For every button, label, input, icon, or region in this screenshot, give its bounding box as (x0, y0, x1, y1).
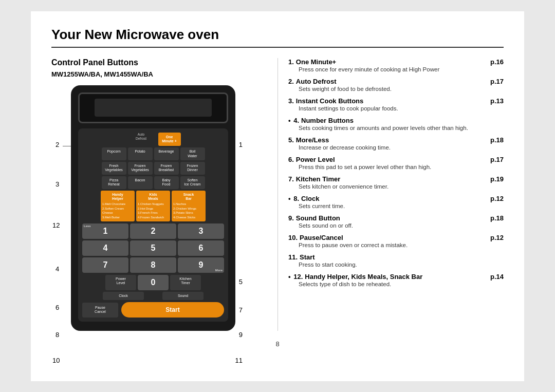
item-page: p.16 (490, 58, 504, 66)
key-3[interactable]: 3 (178, 223, 224, 239)
item-page: p.14 (490, 273, 504, 281)
item-title: • 12.Handy Helper, Kids Meals, Snack Bar (288, 273, 422, 281)
list-item: 10.Pause/Cancel p.12 Press to pause oven… (288, 234, 504, 248)
right-panel: 1.One Minute+ p.16 Press once for every … (278, 58, 504, 331)
key-7[interactable]: 7 (82, 257, 128, 273)
item-page: p.19 (490, 175, 504, 183)
sound-btn[interactable]: Sound (162, 292, 203, 300)
list-item: 5.More/Less p.18 Increase or decrease co… (288, 136, 504, 151)
list-item: 7.Kitchen Timer p.19 Sets kitchen or con… (288, 175, 504, 190)
beverage-btn[interactable]: Beverage (154, 147, 179, 160)
item-row: 3.Instant Cook Buttons p.13 (288, 97, 504, 105)
section-title: Control Panel Buttons (51, 58, 267, 67)
handy-helper-items: 1.Melt Chocolate2.Soften Cream Cheese3.M… (102, 202, 133, 219)
list-item: • 12.Handy Helper, Kids Meals, Snack Bar… (288, 273, 504, 287)
soften-ice-cream-btn[interactable]: SoftenIce Cream (180, 176, 205, 189)
frozen-veg-btn[interactable]: FrozenVegetables (128, 162, 153, 175)
key-1[interactable]: Less1 (82, 223, 128, 239)
kids-meals-btn[interactable]: KidsMeals 1.Chicken Nuggets2.Hot Dogs3.F… (136, 191, 170, 221)
key-0[interactable]: 0 (138, 275, 169, 290)
clock-btn[interactable]: Clock (103, 292, 144, 300)
key-4[interactable]: 4 (82, 240, 128, 256)
item-title: • 4.Number Buttons (288, 117, 354, 124)
kids-meals-label: KidsMeals (138, 193, 169, 201)
item-page: p.18 (490, 214, 504, 222)
fresh-veg-btn[interactable]: FreshVegetables (102, 162, 126, 175)
item-title: 5.More/Less (288, 136, 329, 144)
item-page: p.13 (490, 97, 504, 105)
auto-defrost-btn[interactable]: AutoDefrost (126, 133, 157, 146)
key-6[interactable]: 6 (178, 240, 224, 256)
control-panel: AutoDefrost OneMinute + Popcorn Potato B… (78, 128, 228, 322)
clock-sound-row: Clock Sound (82, 292, 224, 300)
item-title: 11.Start (288, 253, 315, 261)
item-title: 3.Instant Cook Buttons (288, 97, 363, 105)
item-page: p.17 (490, 78, 504, 85)
key-2[interactable]: 2 (130, 223, 176, 239)
kitchen-timer-btn[interactable]: KitchenTimer (170, 275, 201, 290)
one-minute-btn[interactable]: OneMinute + (158, 133, 181, 146)
item-row: 9.Sound Button p.18 (288, 214, 504, 222)
label-8: 8 (55, 331, 59, 339)
boil-water-btn[interactable]: BoilWater (180, 147, 205, 160)
model-label: MW1255WA/BA, MW1455WA/BA (51, 70, 267, 78)
label-12: 12 (52, 221, 60, 229)
item-row: 5.More/Less p.18 (288, 136, 504, 144)
label-6: 6 (55, 304, 59, 311)
window-inner (95, 99, 212, 117)
item-page: p.12 (490, 195, 504, 202)
instant-cook-row3: PizzaReheat Bacon BabyFood SoftenIce Cre… (82, 176, 224, 189)
item-desc: Instant settings to cook popular foods. (299, 105, 504, 111)
list-item: 1.One Minute+ p.16 Press once for every … (288, 58, 504, 72)
item-title: 6.Power Level (288, 156, 335, 163)
key-5[interactable]: 5 (130, 240, 176, 256)
start-btn[interactable]: Start (121, 302, 224, 318)
kids-meals-items: 1.Chicken Nuggets2.Hot Dogs3.French Frie… (138, 202, 169, 219)
list-item: 3.Instant Cook Buttons p.13 Instant sett… (288, 97, 504, 111)
label-1: 1 (239, 141, 243, 148)
page-number: 8 (51, 340, 504, 348)
label-2: 2 (55, 141, 59, 148)
item-row: 6.Power Level p.17 (288, 156, 504, 163)
power-level-btn[interactable]: PowerLevel (105, 275, 136, 290)
list-item: • 4.Number Buttons Sets cooking times or… (288, 117, 504, 131)
label-5: 5 (239, 278, 243, 286)
item-title: • 8.Clock (288, 195, 319, 202)
instant-cook-row2: FreshVegetables FrozenVegetables FrozenB… (82, 162, 224, 175)
label-3: 3 (55, 180, 59, 188)
handy-helper-btn[interactable]: HandyHelper 1.Melt Chocolate2.Soften Cre… (101, 191, 135, 221)
pizza-reheat-btn[interactable]: PizzaReheat (102, 176, 126, 189)
key-8[interactable]: 8 (130, 257, 176, 273)
auto-defrost-label: AutoDefrost (136, 133, 146, 141)
list-item: 2.Auto Defrost p.17 Sets weight of food … (288, 78, 504, 92)
popcorn-btn[interactable]: Popcorn (102, 147, 126, 160)
bacon-btn[interactable]: Bacon (128, 176, 153, 189)
item-desc: Selects type of dish to be reheated. (299, 281, 504, 287)
item-desc: Press to pause oven or correct a mistake… (299, 242, 504, 248)
item-row: 2.Auto Defrost p.17 (288, 78, 504, 85)
bottom-function-row: PowerLevel 0 KitchenTimer (82, 275, 224, 290)
item-desc: Press once for every minute of cooking a… (299, 66, 504, 72)
key-9[interactable]: 9More (178, 257, 224, 273)
snack-bar-btn[interactable]: SnackBar 1.Nachos2.Chicken Wings3.Potato… (172, 191, 206, 221)
frozen-dinner-btn[interactable]: FrozenDinner (180, 162, 205, 175)
item-title: 2.Auto Defrost (288, 78, 337, 85)
item-desc: Sets current time. (299, 203, 504, 209)
helper-buttons-row: HandyHelper 1.Melt Chocolate2.Soften Cre… (82, 191, 224, 221)
frozen-breakfast-btn[interactable]: FrozenBreakfast (154, 162, 179, 175)
item-row: • 4.Number Buttons (288, 117, 504, 124)
item-page: p.18 (490, 136, 504, 144)
item-desc: Sets kitchen or convenience timer. (299, 183, 504, 190)
pause-cancel-btn[interactable]: PauseCancel (82, 303, 118, 318)
item-title: 7.Kitchen Timer (288, 175, 340, 183)
keypad: Less1 2 3 4 5 6 7 8 9More (82, 223, 224, 273)
item-row: 11.Start (288, 253, 504, 261)
potato-btn[interactable]: Potato (128, 147, 153, 160)
pause-start-row: PauseCancel Start (82, 302, 224, 318)
label-4: 4 (55, 265, 59, 273)
item-page: p.17 (490, 156, 504, 163)
item-desc: Increase or decrease cooking time. (299, 144, 504, 151)
item-desc: Sets cooking times or amounts and power … (299, 125, 504, 131)
baby-food-btn[interactable]: BabyFood (154, 176, 179, 189)
label-9: 9 (239, 331, 243, 339)
